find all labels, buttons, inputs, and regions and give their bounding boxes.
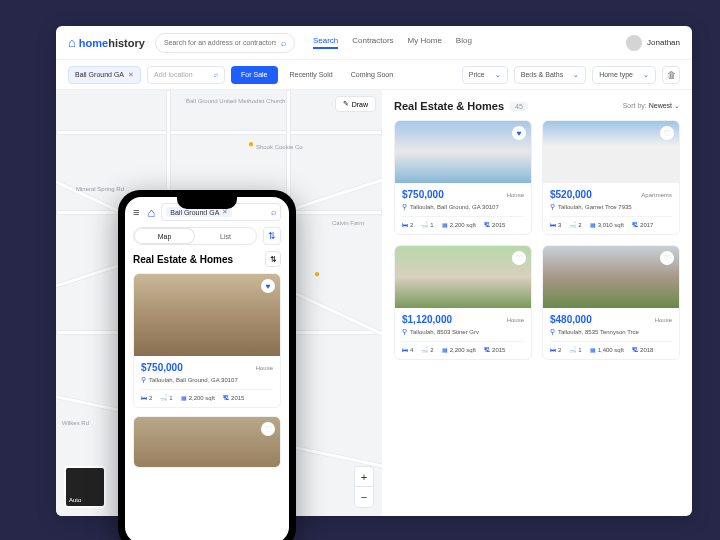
listing-address: Talloulah, Ball Ground, GA 30107 — [149, 377, 238, 383]
favorite-button[interactable]: ♡ — [261, 422, 275, 436]
search-icon[interactable]: ⌕ — [214, 71, 218, 78]
listings-count: 45 — [510, 102, 528, 111]
listing-card[interactable]: ♡ $520,000Apartments ⚲Talloulah, Garnet … — [542, 120, 680, 235]
phone-listings-title: Real Estate & Homes — [133, 254, 233, 265]
bed-icon: 🛏 — [402, 347, 408, 353]
coming-soon-filter[interactable]: Coming Soon — [345, 71, 399, 78]
clear-filters-button[interactable]: 🗑 — [662, 66, 680, 84]
listing-stats: 🛏4 🛁2 ▦2,200 sqft 🏗2015 — [402, 341, 524, 353]
bath-icon: 🛁 — [569, 221, 576, 228]
listing-stats: 🛏2 🛁1 ▦1,400 sqft 🏗2018 — [550, 341, 672, 353]
year-icon: 🏗 — [223, 395, 229, 401]
listing-price: $750,000 — [402, 189, 444, 200]
listing-stats: 🛏2 🛁1 ▦2,200 sqft 🏗2015 — [402, 216, 524, 228]
listing-card[interactable]: ♡ $480,000House ⚲Talloulah, 8535 Tennyso… — [542, 245, 680, 360]
listing-image: ♡ — [543, 246, 679, 308]
logo-icon[interactable]: ⌂ — [147, 205, 155, 220]
sort-control[interactable]: Sort by: Newest ⌄ — [623, 102, 680, 110]
listing-card[interactable]: ♥ $750,000House ⚲Talloulah, Ball Ground,… — [133, 273, 281, 408]
zoom-out-button[interactable]: − — [355, 487, 373, 507]
favorite-button[interactable]: ♥ — [261, 279, 275, 293]
listings-grid: ♥ $750,000House ⚲Talloulah, Ball Ground,… — [394, 120, 680, 360]
location-chip-label: Ball Ground GA — [75, 71, 124, 78]
add-location-input[interactable]: Add location ⌕ — [147, 66, 225, 84]
listing-price: $520,000 — [550, 189, 592, 200]
logo-icon: ⌂ — [68, 35, 76, 50]
year-built: 2018 — [640, 347, 653, 353]
tab-list[interactable]: List — [195, 228, 256, 244]
view-toggle[interactable]: Map List — [133, 227, 257, 245]
search-icon[interactable]: ⌕ — [271, 207, 276, 217]
baths-count: 1 — [578, 347, 581, 353]
listing-card[interactable]: ♥ $750,000House ⚲Talloulah, Ball Ground,… — [394, 120, 532, 235]
zoom-in-button[interactable]: + — [355, 467, 373, 487]
tab-map[interactable]: Map — [134, 228, 195, 244]
phone-mockup: ≡ ⌂ Ball Ground GA ✕ ⌕ Map List ⇅ Real E… — [118, 190, 296, 540]
nav-blog[interactable]: Blog — [456, 36, 472, 49]
sqft: 1,400 sqft — [598, 347, 624, 353]
phone-listings-header: Real Estate & Homes ⇅ — [133, 251, 281, 267]
home-type-dropdown[interactable]: Home type⌄ — [592, 66, 656, 84]
beds-baths-dropdown[interactable]: Beds & Baths⌄ — [514, 66, 586, 84]
map-label: Calvin Farm — [332, 220, 364, 226]
menu-icon[interactable]: ≡ — [133, 206, 139, 218]
favorite-button[interactable]: ♥ — [512, 126, 526, 140]
baths-count: 2 — [430, 347, 433, 353]
location-chip[interactable]: Ball Ground GA ✕ — [68, 66, 141, 84]
listing-image: ♡ — [395, 246, 531, 308]
listing-body: $520,000Apartments ⚲Talloulah, Garnet Tr… — [543, 183, 679, 234]
search-input[interactable] — [164, 39, 276, 46]
favorite-button[interactable]: ♡ — [512, 251, 526, 265]
for-sale-button[interactable]: For Sale — [231, 66, 277, 84]
map-layer-label: Auto — [69, 497, 81, 503]
user-menu[interactable]: Jonathan — [626, 35, 680, 51]
map-label: Shook Cookie Co — [256, 144, 303, 150]
bed-icon: 🛏 — [550, 222, 556, 228]
chevron-down-icon: ⌄ — [573, 71, 579, 79]
baths-count: 1 — [169, 395, 172, 401]
sort-icon[interactable]: ⇅ — [265, 251, 281, 267]
sqft: 2,200 sqft — [450, 347, 476, 353]
logo[interactable]: ⌂ homehistory — [68, 35, 145, 50]
close-icon[interactable]: ✕ — [222, 208, 228, 216]
map-label: Ball Ground United Methodist Church — [186, 98, 285, 104]
listing-image: ♡ — [543, 121, 679, 183]
global-search[interactable]: ⌕ — [155, 33, 295, 53]
map-pin[interactable]: ● — [314, 268, 320, 279]
listing-card[interactable]: ♡ — [133, 416, 281, 468]
bed-icon: 🛏 — [550, 347, 556, 353]
listing-address: Talloulah, 8535 Tennyson Trce — [558, 329, 639, 335]
recently-sold-filter[interactable]: Recently Sold — [284, 71, 339, 78]
listing-image: ♥ — [134, 274, 280, 356]
search-icon[interactable]: ⌕ — [281, 38, 286, 48]
filter-icon[interactable]: ⇅ — [263, 227, 281, 245]
nav-search[interactable]: Search — [313, 36, 338, 49]
pin-icon: ⚲ — [550, 328, 555, 336]
map-layer-toggle[interactable]: Auto — [64, 466, 106, 508]
listing-image: ♥ — [395, 121, 531, 183]
pin-icon: ⚲ — [402, 203, 407, 211]
price-label: Price — [469, 71, 485, 78]
area-icon: ▦ — [590, 221, 596, 228]
pencil-icon: ✎ — [343, 100, 349, 108]
year-icon: 🏗 — [484, 347, 490, 353]
map-label: Wilkes Rd — [62, 420, 89, 426]
listing-price: $750,000 — [141, 362, 183, 373]
listing-type: Apartments — [641, 192, 672, 198]
draw-button[interactable]: ✎Draw — [335, 96, 376, 112]
brand-name-2: history — [108, 37, 145, 49]
listing-price: $1,120,000 — [402, 314, 452, 325]
nav-contractors[interactable]: Contractors — [352, 36, 393, 49]
nav-myhome[interactable]: My Home — [408, 36, 442, 49]
map-pin[interactable]: ● — [248, 138, 254, 149]
sort-label: Sort by: — [623, 102, 647, 109]
listing-address: Talloulah, Garnet Trce 7935 — [558, 204, 632, 210]
baths-count: 1 — [430, 222, 433, 228]
beds-count: 2 — [558, 347, 561, 353]
favorite-button[interactable]: ♡ — [660, 251, 674, 265]
price-dropdown[interactable]: Price⌄ — [462, 66, 508, 84]
favorite-button[interactable]: ♡ — [660, 126, 674, 140]
listing-card[interactable]: ♡ $1,120,000House ⚲Talloulah, 8503 Stine… — [394, 245, 532, 360]
sqft: 3,010 sqft — [598, 222, 624, 228]
close-icon[interactable]: ✕ — [128, 71, 134, 79]
